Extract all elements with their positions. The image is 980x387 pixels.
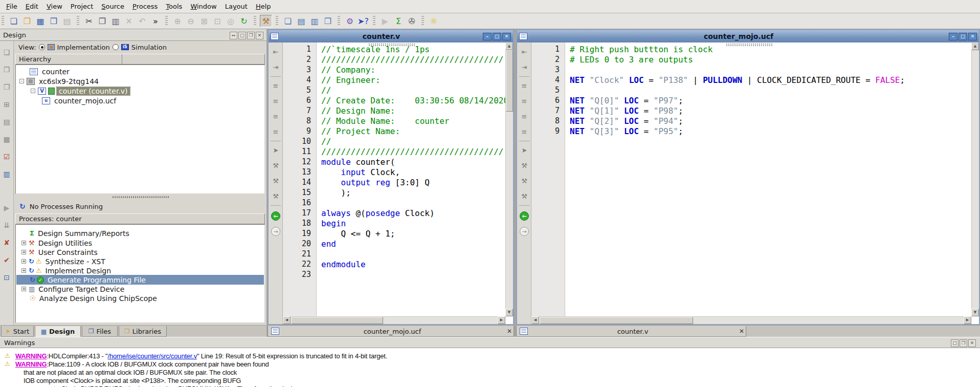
tab-libraries[interactable]: ❒Libraries	[119, 326, 167, 337]
zoom-full-icon[interactable]: ⊡	[211, 15, 224, 27]
horizontal-scrollbar[interactable]: ◀▶	[531, 316, 971, 324]
zoom-sel-icon[interactable]: ◎	[225, 15, 237, 27]
scroll-thumb[interactable]	[540, 317, 693, 324]
print-icon[interactable]: ▤	[61, 15, 73, 27]
indent-icon[interactable]: ≡	[271, 80, 281, 91]
editor-tab-counter-v[interactable]: counter.v✕	[516, 326, 746, 337]
toggle-task-icon[interactable]: ⚒	[271, 160, 281, 170]
minimize-button[interactable]: –	[949, 33, 957, 40]
editor-titlebar[interactable]: counter_mojo.ucf–□✕	[517, 30, 979, 42]
horizontal-scrollbar[interactable]: ◀▶	[283, 316, 505, 324]
save-icon[interactable]: ▦	[34, 15, 47, 27]
save-all-icon[interactable]: ❒	[48, 15, 60, 27]
radio-implementation[interactable]	[39, 44, 45, 50]
menu-help[interactable]: Help	[252, 1, 275, 12]
prev-task-icon[interactable]: ⚒	[519, 176, 529, 186]
uncomment-icon[interactable]: ≡	[519, 126, 529, 137]
clear-task-icon[interactable]: ⚒	[519, 191, 529, 201]
new-source-icon[interactable]: ❏	[2, 47, 12, 57]
check-syntax-icon[interactable]: ☑	[2, 152, 12, 162]
warnings-close-button[interactable]: ✕	[968, 339, 976, 347]
menu-process[interactable]: Process	[128, 1, 162, 12]
tab-files[interactable]: ❐Files	[82, 326, 118, 337]
implement-top-module-icon[interactable]: ⚒	[260, 15, 272, 27]
comment-icon[interactable]: ≡	[271, 111, 281, 121]
overlap-windows-icon[interactable]: ❐	[322, 15, 334, 27]
zoom-box-icon[interactable]: ⊠	[198, 15, 210, 27]
view-design-icon[interactable]: ▥	[2, 169, 12, 179]
tile-vertical-icon[interactable]: ▥	[308, 15, 321, 27]
process-design-summary-reports[interactable]: ΣDesign Summary/Reports	[16, 228, 264, 238]
run-icon[interactable]: ▶	[379, 15, 391, 27]
process-design-utilities[interactable]: +⚒Design Utilities	[16, 238, 264, 248]
warnings-maximize-button[interactable]: ❐	[960, 339, 967, 347]
scroll-thumb[interactable]	[506, 50, 513, 112]
tree-expander[interactable]: -	[31, 89, 35, 93]
tab-design[interactable]: ▦Design	[35, 326, 81, 337]
tips-lightbulb-icon[interactable]: ☼	[428, 15, 440, 27]
clear-task-icon[interactable]: ⚒	[271, 191, 281, 201]
tree-expander[interactable]: +	[21, 259, 26, 264]
nav-forward-icon[interactable]: →	[271, 227, 280, 236]
process-synthesize-xst[interactable]: +↻⚠Synthesize - XST	[16, 256, 264, 266]
tree-expander[interactable]: -	[19, 79, 24, 83]
outdent-icon[interactable]: ≡	[519, 96, 529, 106]
properties-icon[interactable]: ▦	[2, 134, 12, 144]
design-panel-close-button[interactable]: ✕	[256, 32, 263, 39]
warnings-restore-button[interactable]: □	[951, 339, 959, 347]
cascade-windows-icon[interactable]: ❏	[282, 15, 294, 27]
cut-icon[interactable]: ✂	[83, 15, 95, 27]
open-project-icon[interactable]: ❐	[21, 15, 33, 27]
refresh-icon[interactable]: ↻	[238, 15, 250, 27]
panel-splitter[interactable]	[14, 194, 266, 200]
scroll-left-button[interactable]: ◀	[531, 316, 539, 324]
prev-task-icon[interactable]: ⚒	[271, 176, 281, 186]
open-source-icon[interactable]: ▤	[2, 117, 12, 127]
process-analyze-design-using-chipscope[interactable]: ☉Analyze Design Using ChipScope	[16, 293, 264, 303]
toggle-task-icon[interactable]: ⚒	[519, 160, 529, 170]
menu-file[interactable]: File	[2, 1, 21, 12]
delete-icon[interactable]: ✕	[123, 15, 135, 27]
editor-titlebar[interactable]: counter.v–□✕	[269, 30, 513, 42]
process-configure-target-device[interactable]: +▥Configure Target Device	[16, 284, 264, 294]
menu-view[interactable]: View	[42, 1, 66, 12]
undo-icon[interactable]: ↶	[136, 15, 148, 27]
scroll-right-button[interactable]: ▶	[964, 316, 971, 324]
tree-item-counter-mojo-ucf[interactable]: ucounter_mojo.ucf	[16, 96, 264, 105]
menu-source[interactable]: Source	[97, 1, 128, 12]
menu-layout[interactable]: Layout	[221, 1, 252, 12]
scroll-right-button[interactable]: ▶	[498, 316, 505, 324]
close-tab-button[interactable]: ✕	[505, 328, 514, 335]
scroll-down-button[interactable]: ▼	[971, 309, 979, 316]
code-area[interactable]: //`timescale 1ns / 1ps//////////////////…	[317, 42, 505, 316]
run-process-icon[interactable]: ▶	[2, 203, 12, 213]
minimize-button[interactable]: –	[483, 33, 492, 40]
menu-edit[interactable]: Edit	[21, 1, 42, 12]
vertical-scrollbar[interactable]: ▲▼	[505, 42, 513, 316]
nav-forward-icon[interactable]: →	[520, 227, 529, 236]
code-area[interactable]: # Right push buttton is clock# LEDs 0 to…	[566, 42, 971, 316]
next-bookmark-icon[interactable]: ➤	[271, 145, 281, 155]
warnings-titlebar[interactable]: Warnings □❐✕	[0, 337, 980, 348]
maximize-button[interactable]: □	[959, 33, 967, 40]
tree-item-counter-counter-v-[interactable]: -Vcounter (counter.v)	[16, 86, 264, 96]
analyzer-icon[interactable]: ✇	[406, 15, 418, 27]
process-implement-design[interactable]: +↻⚠Implement Design	[16, 266, 264, 275]
shift-left-icon[interactable]: ⇤	[519, 47, 529, 57]
close-button[interactable]: ✕	[502, 33, 511, 40]
next-bookmark-icon[interactable]: ➤	[519, 145, 529, 155]
shift-left-icon[interactable]: ⇤	[271, 47, 281, 57]
scroll-up-button[interactable]: ▲	[971, 42, 979, 50]
design-panel-restore-button[interactable]: □	[238, 32, 246, 39]
toolbar-overflow-icon[interactable]: »	[149, 15, 162, 27]
design-summary-icon[interactable]: Σ	[392, 15, 405, 27]
scroll-thumb[interactable]	[291, 317, 383, 324]
comment-icon[interactable]: ≡	[519, 111, 529, 121]
zoom-out-icon[interactable]: ⊖	[185, 15, 197, 27]
nav-back-icon[interactable]: ←	[520, 211, 529, 221]
tile-horizontal-icon[interactable]: ▤	[295, 15, 307, 27]
scroll-up-button[interactable]: ▲	[505, 42, 513, 50]
process-user-constraints[interactable]: +⚒User Constraints	[16, 247, 264, 257]
tree-expander[interactable]: +	[21, 287, 26, 291]
editor-tab-counter_mojo-ucf[interactable]: counter_mojo.ucf✕	[268, 326, 514, 337]
